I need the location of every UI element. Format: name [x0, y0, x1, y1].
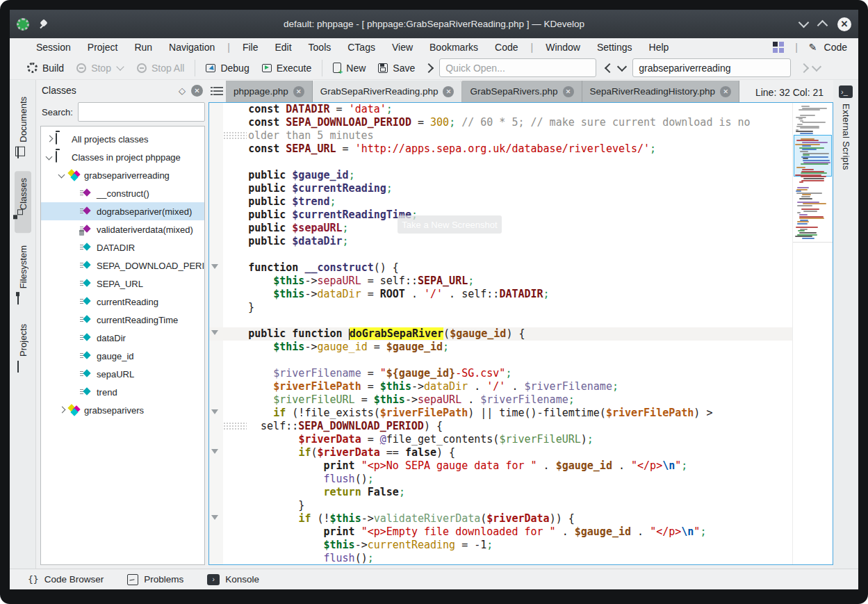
menu-settings[interactable]: Settings: [589, 40, 641, 55]
code-line[interactable]: print "<p>No SEPA gauge data for " . $ga…: [209, 459, 793, 473]
float-panel-icon[interactable]: ◇: [179, 85, 186, 96]
search-prev-dropdown-icon[interactable]: [617, 61, 627, 71]
expander-expanded-icon[interactable]: [58, 171, 66, 179]
code-line[interactable]: if (!$this->validateRiverData($riverData…: [209, 512, 793, 525]
area-label[interactable]: Code: [824, 42, 847, 53]
code-line[interactable]: $this->currentReading = -1;: [209, 539, 793, 552]
menu-bookmarks[interactable]: Bookmarks: [421, 40, 486, 55]
new-button[interactable]: New: [327, 59, 372, 77]
area-switcher-icon[interactable]: [773, 42, 784, 53]
menu-project[interactable]: Project: [79, 40, 126, 55]
code-line[interactable]: }: [209, 301, 793, 314]
code-line[interactable]: $riverFilePath = $this->dataDir . '/' . …: [209, 380, 793, 393]
code-line[interactable]: [209, 248, 793, 261]
code-line[interactable]: $this->dataDir = ROOT . '/' . self::DATA…: [209, 288, 793, 301]
sidebar-tab-documents[interactable]: Documents: [15, 90, 31, 165]
code-line[interactable]: public $currentReading;: [209, 182, 793, 195]
expander-expanded-icon[interactable]: [45, 153, 54, 161]
tab-GrabSepaRiverReading.php[interactable]: GrabSepaRiverReading.php✕: [313, 81, 463, 102]
code-line[interactable]: $this->sepaURL = self::SEPA_URL;: [209, 275, 793, 288]
code-lines[interactable]: const DATADIR = 'data'; const SEPA_DOWNL…: [209, 103, 793, 564]
code-line[interactable]: [209, 156, 793, 169]
right-dock-tab-external-scripts[interactable]: External Scripts: [841, 104, 851, 170]
sidebar-tab-classes[interactable]: Classes: [15, 171, 31, 233]
code-line[interactable]: flush();: [209, 552, 793, 564]
tree-item[interactable]: All projects classes: [41, 130, 204, 148]
code-line[interactable]: if($riverData == false) {: [209, 446, 793, 459]
pin-icon[interactable]: [39, 19, 49, 29]
titlebar[interactable]: default: phppage - [ phppage:GrabSepaRiv…: [10, 10, 858, 38]
code-editor[interactable]: const DATADIR = 'data'; const SEPA_DOWNL…: [208, 102, 833, 565]
code-line[interactable]: public $dataDir;: [209, 235, 793, 248]
search-prev-icon[interactable]: [605, 63, 614, 72]
menu-code[interactable]: Code: [486, 40, 526, 55]
statusbar-konsole[interactable]: ›Konsole: [207, 574, 259, 585]
code-line[interactable]: function __construct() {: [209, 261, 793, 275]
dropdown-chevron-icon[interactable]: [116, 63, 124, 70]
code-line[interactable]: if (!file_exists($riverFilePath) || time…: [209, 407, 793, 420]
tree-item[interactable]: DATADIR: [41, 238, 204, 256]
tree-item[interactable]: grabsepariverreading: [41, 166, 204, 184]
code-line[interactable]: $riverFileURL = $this->sepaURL . $riverF…: [209, 393, 793, 407]
fold-marker-icon[interactable]: [211, 264, 218, 272]
classes-search-input[interactable]: [78, 102, 205, 122]
tree-item[interactable]: currentReading: [41, 293, 204, 311]
save-button[interactable]: Save: [372, 59, 421, 77]
menu-file[interactable]: File: [234, 40, 267, 55]
code-line[interactable]: return False;: [209, 486, 793, 499]
code-line[interactable]: const SEPA_DOWNLOAD_PERIOD = 300; // 60 …: [209, 116, 793, 129]
tree-item[interactable]: grabseparivers: [41, 401, 204, 419]
code-line[interactable]: public $sepaURL;: [209, 222, 793, 235]
fold-marker-icon[interactable]: [211, 449, 218, 457]
code-line[interactable]: older than 5 minutes: [209, 129, 793, 142]
code-line[interactable]: $this->gauge_id = $gauge_id;: [209, 341, 793, 354]
code-line[interactable]: public $currentReadingTime;: [209, 209, 793, 222]
fold-marker-icon[interactable]: [211, 330, 218, 338]
menu-navigation[interactable]: Navigation: [161, 40, 223, 55]
toolbar-overflow-icon[interactable]: [424, 63, 434, 72]
execute-button[interactable]: Execute: [256, 59, 318, 77]
stop-all-button[interactable]: Stop All: [131, 59, 190, 77]
statusbar-problems[interactable]: Problems: [127, 574, 183, 585]
code-line[interactable]: self::SEPA_DOWNLOAD_PERIOD) {: [209, 420, 793, 433]
fold-marker-icon[interactable]: [211, 515, 218, 523]
code-line[interactable]: $riverFilename = "${gauge_id}-SG.csv";: [209, 367, 793, 380]
document-list-icon[interactable]: [211, 87, 223, 97]
tree-item[interactable]: dograbsepariver(mixed): [41, 202, 204, 220]
minimize-button[interactable]: [799, 17, 810, 28]
minimap-scrollbar[interactable]: [792, 103, 833, 564]
code-line[interactable]: const DATADIR = 'data';: [209, 103, 793, 116]
search-next-icon[interactable]: [799, 63, 809, 72]
menu-view[interactable]: View: [384, 40, 421, 55]
code-line[interactable]: public function doGrabSepaRiver($gauge_i…: [209, 327, 793, 341]
stop-button[interactable]: Stop: [70, 59, 131, 77]
tree-item[interactable]: __construct(): [41, 184, 204, 202]
tree-item[interactable]: validateriverdata(mixed): [41, 220, 204, 238]
menu-edit[interactable]: Edit: [266, 40, 300, 55]
menu-ctags[interactable]: CTags: [339, 40, 384, 55]
search-next-dropdown-icon[interactable]: [812, 61, 821, 71]
menu-session[interactable]: Session: [28, 40, 79, 55]
tree-item[interactable]: trend: [41, 383, 204, 401]
debug-button[interactable]: Debug: [199, 59, 255, 77]
tree-item[interactable]: gauge_id: [41, 347, 204, 365]
statusbar-code-browser[interactable]: {}Code Browser: [28, 574, 104, 585]
code-line[interactable]: }: [209, 499, 793, 512]
expander-collapsed-icon[interactable]: [45, 135, 54, 143]
tab-close-icon[interactable]: ✕: [443, 86, 454, 97]
code-line[interactable]: $riverData = @file_get_contents($riverFi…: [209, 433, 793, 446]
tab-close-icon[interactable]: ✕: [293, 86, 304, 97]
build-button[interactable]: Build: [21, 59, 70, 77]
close-button[interactable]: ✕: [837, 17, 851, 31]
code-line[interactable]: public $gauge_id;: [209, 169, 793, 182]
sidebar-tab-projects[interactable]: Projects: [15, 317, 31, 379]
code-line[interactable]: print "<p>Empty file downloaded for " . …: [209, 525, 793, 539]
tab-GrabSepaRivers.php[interactable]: GrabSepaRivers.php✕: [462, 81, 582, 102]
tab-close-icon[interactable]: ✕: [563, 86, 574, 97]
tab-SepaRiverReadingHistory.php[interactable]: SepaRiverReadingHistory.php✕: [582, 81, 740, 102]
code-line[interactable]: public $trend;: [209, 195, 793, 209]
menu-window[interactable]: Window: [537, 40, 589, 55]
tree-item[interactable]: Classes in project phppage: [41, 148, 204, 166]
menu-tools[interactable]: Tools: [300, 40, 340, 55]
toolbar-search-input[interactable]: [632, 58, 791, 77]
